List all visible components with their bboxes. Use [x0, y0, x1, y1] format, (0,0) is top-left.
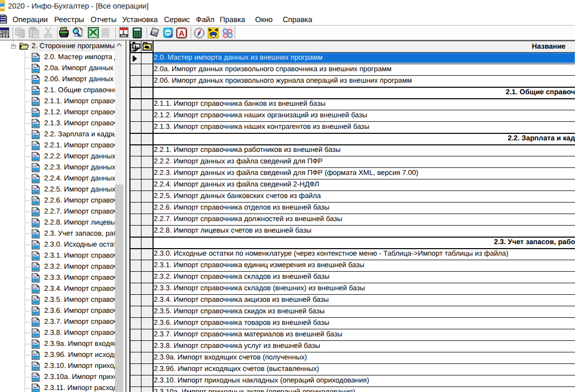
- svg-text:1: 1: [122, 30, 124, 35]
- svg-text:ЯНВ: ЯНВ: [120, 35, 126, 38]
- svg-text:A: A: [179, 30, 184, 38]
